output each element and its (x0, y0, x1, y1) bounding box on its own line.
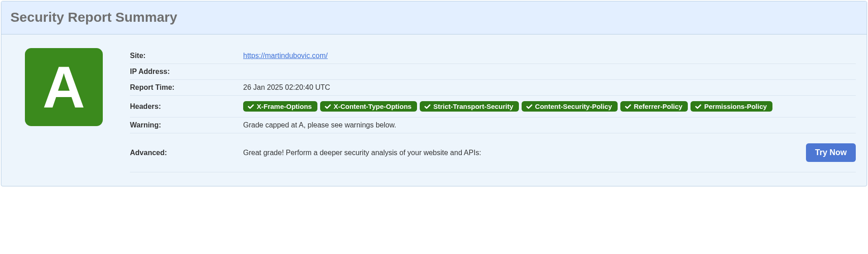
header-pill-label: Strict-Transport-Security (433, 103, 513, 110)
label-advanced: Advanced: (130, 133, 243, 172)
label-ip: IP Address: (130, 64, 243, 80)
value-warning: Grade capped at A, please see warnings b… (243, 117, 856, 133)
row-advanced: Advanced: Great grade! Perform a deeper … (130, 133, 856, 172)
row-warning: Warning: Grade capped at A, please see w… (130, 117, 856, 133)
header-pill-label: Permissions-Policy (704, 103, 767, 110)
check-icon (526, 104, 532, 109)
panel-header: Security Report Summary (1, 1, 867, 34)
row-report-time: Report Time: 26 Jan 2025 02:20:40 UTC (130, 80, 856, 96)
header-pill: Strict-Transport-Security (420, 101, 519, 112)
site-link[interactable]: https://martindubovic.com/ (243, 52, 328, 59)
check-icon (695, 104, 701, 109)
header-pill-label: Referrer-Policy (634, 103, 683, 110)
label-warning: Warning: (130, 117, 243, 133)
advanced-text: Great grade! Perform a deeper security a… (243, 149, 481, 157)
header-pill-label: X-Frame-Options (257, 103, 312, 110)
header-pill: X-Frame-Options (243, 101, 317, 112)
panel-title: Security Report Summary (10, 10, 858, 25)
row-headers: Headers: X-Frame-Options X-Content-Type-… (130, 96, 856, 117)
check-icon (325, 104, 331, 109)
label-site: Site: (130, 48, 243, 64)
value-ip (243, 64, 856, 80)
header-pill: Content-Security-Policy (522, 101, 618, 112)
row-site: Site: https://martindubovic.com/ (130, 48, 856, 64)
header-pill-label: X-Content-Type-Options (334, 103, 412, 110)
summary-table: Site: https://martindubovic.com/ IP Addr… (130, 48, 856, 172)
label-headers: Headers: (130, 96, 243, 117)
try-now-button[interactable]: Try Now (806, 143, 856, 162)
check-icon (424, 104, 431, 109)
grade-badge: A (25, 48, 103, 126)
check-icon (625, 104, 631, 109)
grade-letter: A (43, 58, 85, 117)
security-summary-panel: Security Report Summary A Site: https://… (1, 1, 867, 186)
value-report-time: 26 Jan 2025 02:20:40 UTC (243, 80, 856, 96)
row-ip: IP Address: (130, 64, 856, 80)
header-pill: Referrer-Policy (620, 101, 688, 112)
header-pill: X-Content-Type-Options (320, 101, 417, 112)
label-report-time: Report Time: (130, 80, 243, 96)
panel-body: A Site: https://martindubovic.com/ IP Ad… (1, 34, 867, 186)
header-pill-list: X-Frame-Options X-Content-Type-Options S… (243, 99, 856, 113)
header-pill: Permissions-Policy (691, 101, 772, 112)
check-icon (248, 104, 254, 109)
header-pill-label: Content-Security-Policy (535, 103, 612, 110)
